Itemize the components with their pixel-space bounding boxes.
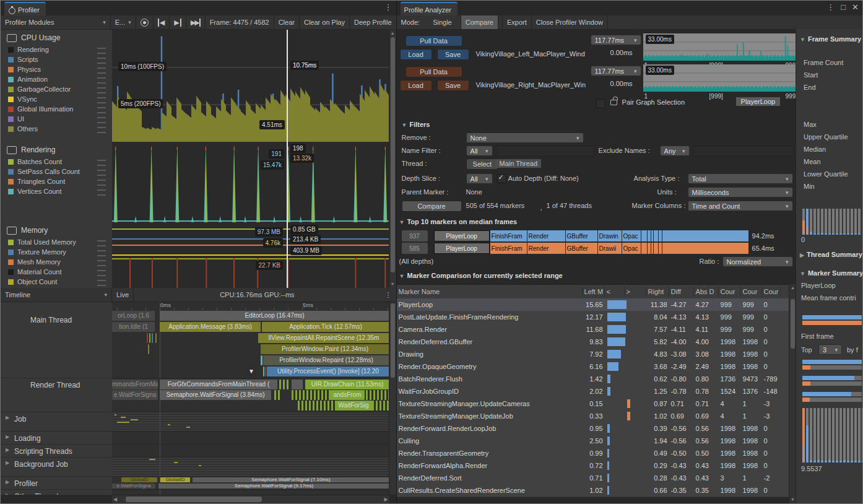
timeline-span[interactable]: mmandsFromMa [112,380,158,389]
thread-label-job[interactable]: Job▶ [1,412,112,432]
export-button[interactable]: Export [502,15,532,29]
top-n-dropdown[interactable]: 3 [818,344,842,355]
timeline-span[interactable]: WaitForSig [335,401,372,411]
exclude-mode-dropdown[interactable]: Any [660,146,690,156]
timeline-span[interactable]: e.WaitForSigna [112,390,158,400]
compare-button[interactable]: Compare [402,201,462,212]
thread-label-other-threads[interactable]: Other Threads▶ [1,490,112,495]
maximize-icon[interactable]: □ [841,2,846,12]
thread-label-background-job[interactable]: Background Job▶ [1,458,112,477]
marker-table-row[interactable]: BatchRenderer.Flush1.420.62-0.800.801736… [397,373,789,386]
thread-select-button[interactable]: Select [466,159,499,170]
thread-summary-header[interactable]: ▶Thread Summary [800,251,862,258]
column-header-7[interactable]: Cour [719,287,741,296]
column-header-9[interactable]: Cour [762,287,781,296]
top10-bar[interactable]: FinishFramRenderGBufferDrawiiOpac [490,243,748,254]
timeline-span[interactable]: Application.Message (3.83ms) [160,322,261,332]
marker-table-row[interactable]: RenderDeferred.Sort0.710.28-0.430.4331-2 [397,472,789,485]
exclude-names-input[interactable] [693,146,794,157]
timeline-span[interactable] [265,367,266,376]
thread-label-main-thread[interactable]: Main Thread [1,302,112,378]
legend-item-garbagecollector[interactable]: GarbageCollector [1,84,112,94]
timeline-span[interactable]: orLoop (1.6 [112,311,155,321]
chevron-right-icon[interactable]: ▶ [6,415,9,420]
timeline-span[interactable]: Semaphore.WaitForSignal (7.10ms) [193,477,389,482]
timeline-view-dropdown[interactable]: Timeline [1,288,112,302]
timeline-span[interactable] [263,367,264,376]
marker-summary-histogram[interactable] [802,408,862,463]
legend-item-animation[interactable]: Animation [1,74,112,84]
marker-summary-header[interactable]: ▼Marker Summary [800,269,862,277]
close-profiler-window-button[interactable]: Close Profiler Window [532,15,608,29]
timeline-kebab-icon[interactable]: ⋮ [381,288,396,302]
tab-profile-analyzer[interactable]: Profile Analyzer [401,2,458,17]
timeline-span[interactable] [149,333,150,343]
legend-item-physics[interactable]: Physics [1,64,112,74]
load-button[interactable]: Load [400,49,432,60]
legend-item-batches-count[interactable]: Batches Count [1,157,112,167]
range-dropdown[interactable]: 117.77ms [591,66,641,76]
load-button[interactable]: Load [400,80,432,91]
save-button[interactable]: Save [437,49,469,60]
column-header-0[interactable]: Marker Name [397,287,583,296]
timeline-span[interactable]: e.WaitForSigna [112,484,155,489]
timeline-span[interactable] [148,344,149,354]
timeline-span[interactable]: GlobalID [160,477,190,482]
top10-segment[interactable]: Drawin [597,230,622,241]
ratio-dropdown[interactable]: Normalized [722,256,793,267]
chevron-right-icon[interactable]: ▶ [6,460,9,466]
drag-handle-icon[interactable] [97,48,106,54]
timeline-track[interactable]: 0ms5msorLoop (1.6EditorLoop (16.47ms)tio… [112,302,389,495]
top10-segment[interactable]: GBuffer [565,243,597,254]
timeline-span[interactable] [147,333,148,343]
chevron-right-icon[interactable]: ▶ [6,492,9,495]
timeline-span[interactable]: llView.RepaintAll.RepaintScene (12.35m [258,333,389,343]
editor-target-dropdown[interactable]: E... [111,15,136,29]
top10-frame-index[interactable]: 937 [402,230,428,241]
drag-handle-icon[interactable] [97,107,106,113]
top10-bar[interactable]: FinishFramRenderGBufferDrawinOpac [490,230,748,241]
top10-segment[interactable] [641,230,647,241]
timeline-span[interactable] [292,380,303,389]
module-chart-2[interactable]: 97.3 MB0.85 GB4.76k213.4 KB403.9 MB22.7 … [112,222,389,289]
remove-dropdown[interactable]: None [466,133,584,143]
name-filter-mode-dropdown[interactable]: All [466,146,493,156]
timeline-span[interactable] [155,333,157,343]
drag-handle-icon[interactable] [97,67,106,74]
profiler-modules-dropdown[interactable]: Profiler Modules [1,15,111,29]
legend-item-material-count[interactable]: Material Count [1,267,112,277]
legend-item-ui[interactable]: UI [1,114,112,124]
marker-table-row[interactable]: Render.OpaqueGeometry6.163.68-2.492.4919… [397,360,789,373]
drag-handle-icon[interactable] [97,77,106,84]
drag-handle-icon[interactable] [97,160,106,166]
timeline-span[interactable]: UIR.DrawChain (11.53ms) [305,380,389,389]
legend-item-setpass-calls-count[interactable]: SetPass Calls Count [1,167,112,176]
top10-frame-index[interactable]: 585 [402,243,428,254]
frame-summary-histogram[interactable] [802,209,861,235]
timeline-span[interactable]: Semaphore.WaitForSignal (9.17ms) [158,484,389,489]
last-frame-button[interactable]: ▶▶ [186,15,206,29]
thread-label-scripting-threads[interactable]: Scripting Threads▶ [1,445,112,458]
frame-time-graph[interactable]: 33.00ms [643,64,796,92]
marker-table-row[interactable]: Drawing7.924.83-3.083.08199819980 [397,348,789,361]
auto-depth-checkbox[interactable] [497,174,506,183]
top10-segment[interactable] [641,243,647,254]
prev-frame-button[interactable]: ◀ [154,15,170,29]
clear-on-play-button[interactable]: Clear on Play [300,15,350,29]
marker-table-scroll-thumb[interactable] [791,299,795,349]
save-button[interactable]: Save [437,80,469,91]
marker-table-row[interactable]: RenderDeferred.GBuffer9.835.82-4.004.001… [397,336,789,349]
top10-segment[interactable]: Render [527,243,565,254]
top10-playerloop-chip[interactable]: PlayerLoop [434,243,490,254]
filters-header[interactable]: ▼Filters [402,121,430,128]
marker-columns-dropdown[interactable]: Time and Count [688,201,793,211]
charts-scrollbar[interactable]: ▲ ▼ [389,30,396,288]
marker-comparison-header[interactable]: ▼Marker Comparison for currently selecte… [399,272,563,279]
legend-item-mesh-memory[interactable]: Mesh Memory [1,257,112,267]
timeline-span[interactable] [279,380,281,389]
marker-table-row[interactable]: CullResults.CreateSharedRendererScene1.0… [397,484,789,497]
legend-item-rendering[interactable]: Rendering [1,45,112,54]
profiler-kebab-icon[interactable]: ⋮ [384,2,392,12]
marker-table-row[interactable]: Camera.Render11.687.57-4.114.119999990 [397,323,789,336]
drag-handle-icon[interactable] [97,87,106,93]
